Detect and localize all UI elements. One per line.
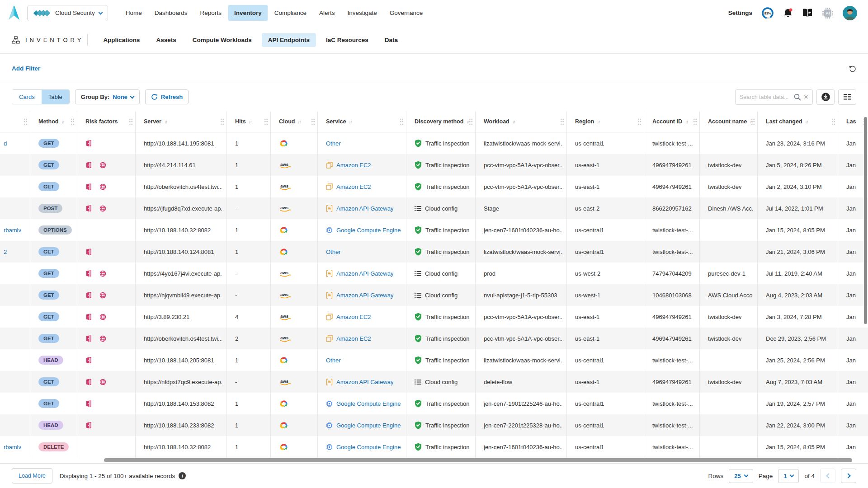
- column-header-workload[interactable]: Workload↓↑: [476, 111, 567, 132]
- column-resize-grip[interactable]: [693, 118, 697, 125]
- sort-arrows-icon[interactable]: ↓↑: [685, 119, 688, 124]
- download-table-button[interactable]: [816, 89, 835, 105]
- nav-item-home[interactable]: Home: [120, 5, 148, 21]
- tab-api-endpoints[interactable]: API Endpoints: [262, 33, 316, 47]
- endpoint-fragment-link[interactable]: 2: [4, 249, 7, 255]
- nav-item-inventory[interactable]: Inventory: [228, 5, 268, 21]
- table-row[interactable]: GET https://4yo167j4vi.execute-ap... - a…: [0, 263, 868, 284]
- table-row[interactable]: d GET http://10.188.141.195:8081 1 Other…: [0, 132, 868, 154]
- settings-link[interactable]: Settings: [728, 9, 752, 16]
- service-link[interactable]: Google Compute Engine: [336, 444, 401, 450]
- table-row[interactable]: rbamlv OPTIONS http://10.188.140.32:8082…: [0, 219, 868, 241]
- table-row[interactable]: POST https://jfugd8q7xd.execute-ap... - …: [0, 197, 868, 219]
- column-resize-grip[interactable]: [129, 118, 133, 125]
- column-resize-grip[interactable]: [71, 118, 75, 125]
- table-row[interactable]: GET http://44.214.114.61 1 aws Amazon EC…: [0, 154, 868, 176]
- column-header-service[interactable]: Service↓↑: [318, 111, 406, 132]
- sort-arrows-icon[interactable]: ↓↑: [297, 119, 300, 124]
- endpoint-fragment-link[interactable]: rbamlv: [4, 227, 21, 234]
- service-link[interactable]: Amazon EC2: [336, 162, 371, 169]
- usage-progress-ring[interactable]: 83%: [761, 7, 774, 19]
- app-switcher-dropdown[interactable]: Cloud Security: [27, 5, 108, 21]
- column-resize-grip[interactable]: [469, 118, 473, 125]
- nav-item-dashboards[interactable]: Dashboards: [149, 5, 193, 21]
- nav-item-reports[interactable]: Reports: [194, 5, 227, 21]
- notifications-bell-icon[interactable]: [783, 8, 793, 19]
- cards-view-button[interactable]: Cards: [12, 90, 42, 104]
- endpoint-fragment-link[interactable]: rbamlv: [4, 444, 21, 450]
- sort-arrows-icon[interactable]: ↓↑: [249, 119, 251, 124]
- reset-filters-icon[interactable]: [849, 65, 856, 72]
- tab-applications[interactable]: Applications: [97, 33, 146, 47]
- rows-per-page-select[interactable]: 25: [729, 469, 753, 483]
- service-link[interactable]: Other: [326, 357, 341, 364]
- sort-arrows-icon[interactable]: ↓↑: [164, 119, 167, 124]
- table-row[interactable]: GET https://njqvmbii49.execute-ap... - a…: [0, 284, 868, 306]
- knowledge-base-book-icon[interactable]: [802, 8, 813, 18]
- column-resize-grip[interactable]: [24, 118, 28, 125]
- table-view-button[interactable]: Table: [42, 90, 69, 104]
- endpoint-fragment-link[interactable]: d: [4, 140, 7, 147]
- tab-assets[interactable]: Assets: [150, 33, 182, 47]
- column-resize-grip[interactable]: [637, 118, 642, 125]
- column-resize-grip[interactable]: [831, 118, 835, 125]
- clear-search-icon[interactable]: ×: [804, 93, 808, 101]
- table-row[interactable]: GET http://oberkovitch.os4test.twi... 1 …: [0, 176, 868, 197]
- column-header-hits[interactable]: Hits↓↑: [227, 111, 271, 132]
- column-resize-grip[interactable]: [560, 118, 564, 125]
- column-header-last_changed[interactable]: Last changed↓↑: [758, 111, 838, 132]
- table-search-input[interactable]: [740, 94, 791, 100]
- table-row[interactable]: HEAD http://10.188.140.233:8082 1 Google…: [0, 414, 868, 436]
- nav-item-compliance[interactable]: Compliance: [269, 5, 312, 21]
- service-link[interactable]: Other: [326, 140, 341, 147]
- info-icon[interactable]: i: [179, 472, 186, 479]
- service-link[interactable]: Amazon API Gateway: [336, 205, 393, 212]
- group-by-dropdown[interactable]: Group By: None: [75, 89, 140, 104]
- column-resize-grip[interactable]: [220, 118, 224, 125]
- service-link[interactable]: Google Compute Engine: [336, 400, 401, 407]
- tab-data[interactable]: Data: [378, 33, 404, 47]
- service-link[interactable]: Google Compute Engine: [336, 422, 401, 429]
- table-row[interactable]: GET https://nfdpxt7qc9.execute-ap... - a…: [0, 371, 868, 393]
- next-page-button[interactable]: [841, 469, 856, 483]
- refresh-button[interactable]: Refresh: [145, 89, 189, 104]
- add-filter-button[interactable]: Add Filter: [12, 65, 40, 72]
- service-link[interactable]: Amazon API Gateway: [336, 379, 393, 385]
- load-more-button[interactable]: Load More: [12, 468, 52, 483]
- column-settings-button[interactable]: [838, 89, 856, 105]
- table-row[interactable]: rbamlv DELETE http://10.188.140.32:8082 …: [0, 436, 868, 458]
- service-link[interactable]: Google Compute Engine: [336, 227, 401, 234]
- sort-arrows-icon[interactable]: ↓↑: [349, 119, 351, 124]
- table-row[interactable]: HEAD http://10.188.140.205:8081 1 Other …: [0, 349, 868, 371]
- search-icon[interactable]: [794, 94, 801, 101]
- horizontal-scrollbar-thumb[interactable]: [104, 458, 852, 462]
- page-select[interactable]: 1: [778, 469, 799, 483]
- column-header-region[interactable]: Region↓↑: [567, 111, 644, 132]
- column-resize-grip[interactable]: [751, 118, 755, 125]
- user-avatar[interactable]: [843, 6, 857, 20]
- column-header-discovery[interactable]: Discovery method↓↑: [406, 111, 476, 132]
- sort-arrows-icon[interactable]: ↓↑: [805, 119, 808, 124]
- vertical-scrollbar-thumb[interactable]: [864, 117, 867, 324]
- table-row[interactable]: GET http://10.188.140.153:8082 1 Google …: [0, 393, 868, 414]
- nav-item-investigate[interactable]: Investigate: [341, 5, 382, 21]
- service-link[interactable]: Amazon EC2: [336, 335, 371, 342]
- sort-arrows-icon[interactable]: ↓↑: [597, 119, 599, 124]
- nav-item-governance[interactable]: Governance: [384, 5, 429, 21]
- service-link[interactable]: Amazon EC2: [336, 183, 371, 190]
- ai-copilot-chip-icon[interactable]: AI: [822, 7, 834, 19]
- service-link[interactable]: Amazon API Gateway: [336, 270, 393, 277]
- column-header-account_id[interactable]: Account ID↓↑: [644, 111, 700, 132]
- tab-compute-workloads[interactable]: Compute Workloads: [186, 33, 258, 47]
- sort-arrows-icon[interactable]: ↓↑: [61, 119, 64, 124]
- sort-arrows-icon[interactable]: ↓↑: [512, 119, 515, 124]
- table-row[interactable]: 2 GET http://10.188.140.124:8081 1 Other…: [0, 241, 868, 263]
- column-header-cloud[interactable]: Cloud↓↑: [271, 111, 318, 132]
- column-header-server[interactable]: Server↓↑: [136, 111, 227, 132]
- column-resize-grip[interactable]: [400, 118, 404, 125]
- service-link[interactable]: Amazon EC2: [336, 314, 371, 320]
- column-resize-grip[interactable]: [264, 118, 268, 125]
- table-row[interactable]: GET http://oberkovitch.os4test.twi... 2 …: [0, 328, 868, 349]
- table-row[interactable]: GET http://3.89.230.21 4 aws Amazon EC2 …: [0, 306, 868, 328]
- column-resize-grip[interactable]: [311, 118, 315, 125]
